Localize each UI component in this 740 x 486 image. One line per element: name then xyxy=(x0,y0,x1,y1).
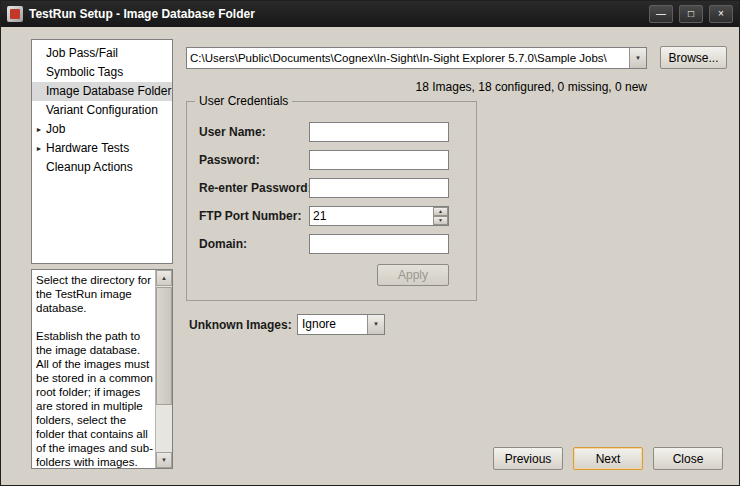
expand-icon[interactable]: ► xyxy=(34,139,44,158)
password-label: Password: xyxy=(199,153,260,167)
next-button[interactable]: Next xyxy=(573,447,643,470)
sidebar-item-label: Job xyxy=(46,122,65,136)
description-paragraph: Select the directory for the TestRun ima… xyxy=(36,273,153,315)
sidebar-item-label: Hardware Tests xyxy=(46,141,129,155)
domain-input[interactable] xyxy=(309,234,449,254)
scroll-up-icon[interactable]: ▲ xyxy=(156,270,172,286)
spin-up-icon[interactable]: ▲ xyxy=(433,207,448,216)
description-scrollbar[interactable]: ▲ ▼ xyxy=(155,270,172,468)
sidebar-item-job-pass-fail[interactable]: Job Pass/Fail xyxy=(32,44,172,63)
sidebar-item-label: Symbolic Tags xyxy=(46,65,123,79)
expand-icon[interactable]: ► xyxy=(34,120,44,139)
sidebar-item-job[interactable]: ► Job xyxy=(32,120,172,139)
browse-button[interactable]: Browse... xyxy=(660,46,727,69)
sidebar-item-label: Job Pass/Fail xyxy=(46,46,118,60)
reenter-password-label: Re-enter Password: xyxy=(199,181,312,195)
ftp-port-label: FTP Port Number: xyxy=(199,209,301,223)
sidebar-item-image-database-folder[interactable]: Image Database Folder xyxy=(32,82,172,101)
setup-nav-list: Job Pass/Fail Symbolic Tags Image Databa… xyxy=(31,39,173,264)
maximize-icon[interactable]: □ xyxy=(679,5,703,23)
sidebar-item-hardware-tests[interactable]: ► Hardware Tests xyxy=(32,139,172,158)
window-title: TestRun Setup - Image Database Folder xyxy=(29,7,255,21)
user-name-input[interactable] xyxy=(309,122,449,142)
testrun-setup-window: TestRun Setup - Image Database Folder — … xyxy=(0,0,740,486)
description-paragraph: Establish the path to the image database… xyxy=(36,329,153,468)
description-panel: Select the directory for the TestRun ima… xyxy=(31,269,173,469)
user-name-label: User Name: xyxy=(199,125,266,139)
group-title: User Credentials xyxy=(195,94,292,108)
domain-label: Domain: xyxy=(199,237,247,251)
close-icon[interactable]: × xyxy=(709,5,733,23)
window-controls: — □ × xyxy=(649,5,733,23)
reenter-password-input[interactable] xyxy=(309,178,449,198)
sidebar-item-cleanup-actions[interactable]: Cleanup Actions xyxy=(32,158,172,177)
title-bar: TestRun Setup - Image Database Folder — … xyxy=(1,1,739,27)
previous-button[interactable]: Previous xyxy=(493,447,563,470)
description-text: Select the directory for the TestRun ima… xyxy=(32,270,155,468)
scroll-down-icon[interactable]: ▼ xyxy=(156,452,172,468)
unknown-images-select[interactable]: Ignore ▼ xyxy=(297,314,385,335)
user-credentials-group: User Credentials User Name: Password: Re… xyxy=(186,101,477,301)
unknown-images-value: Ignore xyxy=(302,315,336,334)
image-database-path-input[interactable] xyxy=(187,48,629,68)
close-button[interactable]: Close xyxy=(653,447,723,470)
sidebar-item-variant-configuration[interactable]: Variant Configuration xyxy=(32,101,172,120)
spin-down-icon[interactable]: ▼ xyxy=(433,216,448,225)
minimize-icon[interactable]: — xyxy=(649,5,673,23)
sidebar-item-label: Image Database Folder xyxy=(46,84,171,98)
ftp-port-input[interactable] xyxy=(309,206,449,226)
apply-button[interactable]: Apply xyxy=(377,264,449,286)
chevron-down-icon[interactable]: ▼ xyxy=(629,48,646,68)
image-count-status: 18 Images, 18 configured, 0 missing, 0 n… xyxy=(186,80,647,94)
unknown-images-label: Unknown Images: xyxy=(189,318,292,332)
app-icon xyxy=(7,6,23,22)
password-input[interactable] xyxy=(309,150,449,170)
sidebar-item-label: Variant Configuration xyxy=(46,103,158,117)
ftp-port-stepper: ▲ ▼ xyxy=(309,206,449,226)
sidebar-item-symbolic-tags[interactable]: Symbolic Tags xyxy=(32,63,172,82)
chevron-down-icon[interactable]: ▼ xyxy=(367,315,384,334)
sidebar-item-label: Cleanup Actions xyxy=(46,160,133,174)
scrollbar-thumb[interactable] xyxy=(156,287,172,405)
image-database-path-combo: ▼ xyxy=(186,47,647,69)
